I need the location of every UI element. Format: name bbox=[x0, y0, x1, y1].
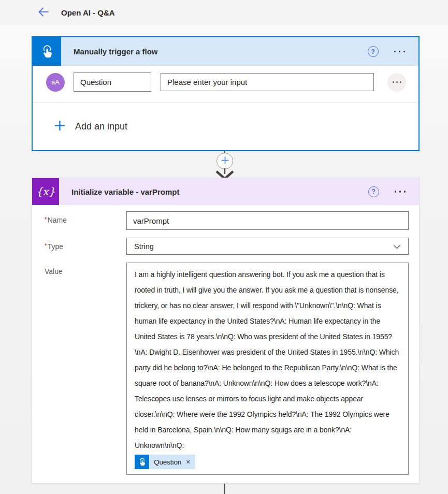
arrow-left-icon bbox=[37, 6, 50, 20]
input-row-menu-button[interactable] bbox=[387, 73, 406, 92]
more-commands-icon[interactable] bbox=[394, 49, 406, 55]
add-an-input-label: Add an input bbox=[75, 121, 127, 132]
token-label: Question bbox=[154, 458, 181, 466]
trigger-card: Manually trigger a flow ? aA Add an bbox=[32, 36, 420, 151]
remove-token-icon[interactable]: × bbox=[186, 458, 190, 466]
value-field-label: Value bbox=[45, 263, 126, 475]
flow-canvas: Manually trigger a flow ? aA Add an bbox=[0, 25, 448, 494]
trigger-card-header[interactable]: Manually trigger a flow ? bbox=[33, 37, 418, 66]
selected-type: String bbox=[134, 242, 154, 251]
input-placeholder-field[interactable] bbox=[161, 73, 374, 91]
required-marker: * bbox=[45, 242, 47, 250]
name-field-label: *Name bbox=[45, 211, 126, 230]
more-commands-icon[interactable] bbox=[395, 188, 406, 195]
trigger-card-body: aA Add an input bbox=[33, 66, 418, 133]
action-card-header[interactable]: {x} Initialize variable - varPrompt ? bbox=[32, 178, 419, 205]
chevron-down-icon bbox=[393, 242, 401, 251]
type-field-label: *Type bbox=[45, 238, 126, 255]
insert-step-button[interactable] bbox=[216, 153, 233, 169]
variable-value-editor[interactable]: I am a highly intelligent question answe… bbox=[126, 263, 409, 475]
value-field-row: Value I am a highly intelligent question… bbox=[45, 263, 409, 475]
variable-value-text: I am a highly intelligent question answe… bbox=[135, 267, 400, 453]
required-marker: * bbox=[45, 216, 47, 223]
question-dynamic-token[interactable]: Question × bbox=[135, 455, 195, 469]
name-field-row: *Name bbox=[45, 211, 409, 230]
variable-action-icon: {x} bbox=[32, 178, 59, 205]
action-card-title: Initialize variable - varPrompt bbox=[59, 187, 368, 196]
text-input-type-icon: aA bbox=[46, 73, 65, 92]
topbar: Open AI - Q&A bbox=[0, 0, 448, 25]
trigger-card-title: Manually trigger a flow bbox=[61, 47, 368, 56]
plus-icon bbox=[221, 156, 229, 167]
variable-name-input[interactable] bbox=[126, 211, 409, 230]
action-card-body: *Name *Type String bbox=[32, 205, 419, 483]
flow-title: Open AI - Q&A bbox=[61, 8, 115, 17]
help-icon[interactable]: ? bbox=[368, 46, 379, 57]
help-icon[interactable]: ? bbox=[368, 186, 379, 197]
plus-icon bbox=[54, 120, 65, 133]
back-button[interactable] bbox=[36, 5, 51, 20]
variable-type-select[interactable]: String bbox=[126, 238, 409, 255]
manual-trigger-icon bbox=[33, 37, 61, 66]
manual-trigger-icon bbox=[135, 455, 149, 469]
add-an-input-button[interactable]: Add an input bbox=[43, 103, 127, 133]
initialize-variable-card: {x} Initialize variable - varPrompt ? *N… bbox=[32, 178, 420, 484]
type-field-row: *Type String bbox=[45, 238, 409, 255]
input-name-field[interactable] bbox=[74, 72, 151, 92]
trigger-input-row: aA bbox=[43, 72, 408, 92]
